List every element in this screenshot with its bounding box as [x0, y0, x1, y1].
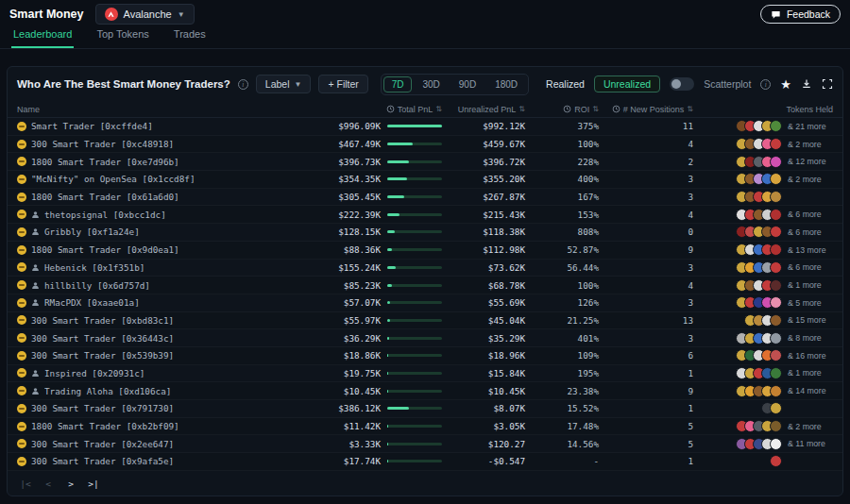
person-icon — [31, 210, 40, 219]
table-row[interactable]: RMacPDX [0xaae01a]$57.07K$55.69K126%3& 5… — [8, 294, 842, 312]
tokens-more-label: & 1 more — [782, 368, 833, 378]
trader-name-cell[interactable]: Gribbly [0xf1a24e] — [17, 227, 300, 237]
trader-name-cell[interactable]: 300 Smart Trader [0x539b39] — [17, 350, 300, 361]
table-row[interactable]: 1800 Smart Trader [0x61a6d0]$305.45K$267… — [8, 189, 842, 207]
table-row[interactable]: 300 Smart Trader [0xc48918]$467.49K$459.… — [8, 136, 842, 154]
trader-name: 300 Smart Trader [0xc48918] — [31, 139, 174, 149]
feedback-button[interactable]: Feedback — [760, 5, 841, 24]
tokens-held-cell[interactable]: & 13 more — [693, 244, 833, 256]
trader-name-cell[interactable]: Inspired [0x20931c] — [17, 368, 300, 378]
info-icon[interactable]: i — [238, 79, 248, 90]
chevron-down-icon: ▼ — [295, 80, 302, 89]
tokens-held-cell[interactable]: & 11 more — [693, 438, 833, 450]
table-row[interactable]: Gribbly [0xf1a24e]$128.15K$118.38K808%0&… — [8, 224, 842, 242]
trader-name-cell[interactable]: Trading Aloha [0xd106ca] — [17, 386, 300, 396]
table-row[interactable]: Smart Trader [0xcffde4]$996.09K$992.12K3… — [8, 118, 842, 136]
tokens-held-cell[interactable]: & 15 more — [693, 314, 833, 327]
trader-name-cell[interactable]: 300 Smart Trader [0x791730] — [17, 403, 300, 413]
table-row[interactable]: 300 Smart Trader [0x9afa5e]$17.74K-$0.54… — [8, 453, 842, 471]
smart-money-coin-icon — [17, 368, 26, 378]
table-row[interactable]: 300 Smart Trader [0x2ee647]$3.33K$120.27… — [8, 435, 842, 453]
label-dropdown[interactable]: Label ▼ — [256, 75, 312, 93]
favorite-star-icon[interactable]: ★ — [780, 78, 791, 91]
table-row[interactable]: thetopsignal [0xbcc1dc]$222.39K$215.43K1… — [8, 206, 842, 224]
table-row[interactable]: Trading Aloha [0xd106ca]$10.45K$10.45K23… — [8, 382, 842, 400]
info-icon[interactable]: i — [760, 79, 771, 90]
unrealized-toggle[interactable]: Unrealized — [594, 76, 660, 92]
tokens-held-cell[interactable]: & 1 more — [693, 279, 833, 292]
trader-name-cell[interactable]: 300 Smart Trader [0xc48918] — [17, 139, 300, 149]
table-row[interactable]: 300 Smart Trader [0x791730]$386.12K$8.07… — [8, 400, 842, 418]
table-row[interactable]: 300 Smart Trader [0x36443c]$36.29K$35.29… — [8, 329, 842, 347]
column-header-new-positions[interactable]: # New Positions⇅ — [599, 105, 693, 114]
roi-cell: 15.52% — [525, 403, 599, 413]
period-button-90d[interactable]: 90D — [450, 76, 484, 92]
total-pnl-cell: $36.29K — [300, 333, 442, 344]
trader-name-cell[interactable]: "McNifty" on OpenSea [0x1ccd8f] — [17, 174, 300, 184]
tokens-held-cell[interactable]: & 16 more — [693, 349, 833, 361]
column-header-total-pnl[interactable]: Total PnL⇅ — [300, 105, 442, 114]
trader-name-cell[interactable]: 300 Smart Trader [0xbd83c1] — [17, 315, 300, 326]
table-row[interactable]: 1800 Smart Trader [0x9d0ea1]$88.36K$112.… — [8, 242, 842, 260]
chain-selector[interactable]: Avalanche ▼ — [95, 4, 195, 25]
trader-name-cell[interactable]: 1800 Smart Trader [0xe7d96b] — [17, 157, 300, 167]
scatterplot-switch[interactable] — [670, 77, 694, 91]
table-row[interactable]: Inspired [0x20931c]$19.75K$15.84K195%1& … — [8, 365, 842, 383]
table-row[interactable]: "McNifty" on OpenSea [0x1ccd8f]$354.35K$… — [8, 171, 842, 189]
tokens-held-cell[interactable] — [693, 191, 833, 203]
table-row[interactable]: 300 Smart Trader [0x539b39]$18.86K$18.96… — [8, 347, 842, 365]
scatterplot-label: Scatterplot — [704, 78, 751, 90]
tokens-held-cell[interactable] — [693, 455, 833, 467]
add-filter-button[interactable]: + Filter — [318, 75, 367, 93]
trader-name-cell[interactable]: 300 Smart Trader [0x36443c] — [17, 333, 300, 344]
pnl-bar — [387, 230, 442, 233]
trader-name-cell[interactable]: 1800 Smart Trader [0xb2bf09] — [17, 421, 300, 431]
period-button-30d[interactable]: 30D — [414, 76, 448, 92]
table-row[interactable]: 300 Smart Trader [0xbd83c1]$55.97K$45.04… — [8, 312, 842, 330]
fullscreen-icon[interactable] — [822, 78, 833, 90]
table-row[interactable]: 1800 Smart Trader [0xe7d96b]$396.73K$396… — [8, 153, 842, 171]
trader-name-cell[interactable]: thetopsignal [0xbcc1dc] — [17, 210, 300, 220]
tokens-held-cell[interactable]: & 2 more — [693, 138, 833, 150]
tokens-held-cell[interactable]: & 6 more — [693, 261, 833, 274]
total-pnl-cell: $18.86K — [300, 350, 442, 361]
tab-top-tokens[interactable]: Top Tokens — [94, 28, 150, 48]
total-pnl-cell: $57.07K — [300, 297, 442, 308]
trader-name-cell[interactable]: Hebenick [0x1f351b] — [17, 262, 300, 273]
prev-page-button[interactable]: < — [40, 476, 57, 491]
tokens-held-cell[interactable]: & 8 more — [693, 332, 833, 344]
tokens-held-cell[interactable]: & 14 more — [693, 385, 833, 397]
tab-trades[interactable]: Trades — [172, 28, 208, 48]
download-icon[interactable] — [801, 78, 812, 90]
last-page-button[interactable]: >| — [85, 476, 102, 491]
tokens-held-cell[interactable]: & 6 more — [693, 226, 833, 238]
first-page-button[interactable]: |< — [17, 476, 34, 491]
column-header-roi[interactable]: ROI⇅ — [525, 105, 599, 114]
token-icon — [770, 296, 782, 309]
tokens-held-cell[interactable]: & 21 more — [693, 120, 833, 132]
period-button-180d[interactable]: 180D — [486, 76, 526, 92]
trader-name-cell[interactable]: 300 Smart Trader [0x9afa5e] — [17, 456, 300, 466]
tokens-held-cell[interactable]: & 2 more — [693, 173, 833, 185]
tab-bar: LeaderboardTop TokensTrades — [0, 28, 850, 49]
tokens-held-cell[interactable]: & 2 more — [693, 420, 833, 432]
table-row[interactable]: hillbilly [0x6d757d]$85.23K$68.78K100%4&… — [8, 277, 842, 294]
tab-leaderboard[interactable]: Leaderboard — [11, 28, 74, 48]
tokens-held-cell[interactable]: & 6 more — [693, 209, 833, 221]
trader-name-cell[interactable]: hillbilly [0x6d757d] — [17, 280, 300, 291]
tokens-held-cell[interactable] — [693, 402, 833, 414]
tokens-held-cell[interactable]: & 5 more — [693, 296, 833, 309]
realized-toggle[interactable]: Realized — [546, 78, 585, 90]
tokens-held-cell[interactable]: & 12 more — [693, 156, 833, 168]
period-button-7d[interactable]: 7D — [383, 76, 413, 92]
trader-name-cell[interactable]: RMacPDX [0xaae01a] — [17, 297, 300, 308]
trader-name-cell[interactable]: Smart Trader [0xcffde4] — [17, 121, 300, 131]
tokens-held-cell[interactable]: & 1 more — [693, 367, 833, 379]
column-header-unrealized-pnl[interactable]: Unrealized PnL⇅ — [442, 105, 525, 114]
trader-name-cell[interactable]: 1800 Smart Trader [0x9d0ea1] — [17, 244, 300, 255]
trader-name-cell[interactable]: 1800 Smart Trader [0x61a6d0] — [17, 192, 300, 202]
table-row[interactable]: Hebenick [0x1f351b]$155.24K$73.62K56.44%… — [8, 260, 842, 277]
table-row[interactable]: 1800 Smart Trader [0xb2bf09]$11.42K$3.05… — [8, 418, 842, 436]
trader-name-cell[interactable]: 300 Smart Trader [0x2ee647] — [17, 439, 300, 449]
next-page-button[interactable]: > — [62, 476, 79, 491]
